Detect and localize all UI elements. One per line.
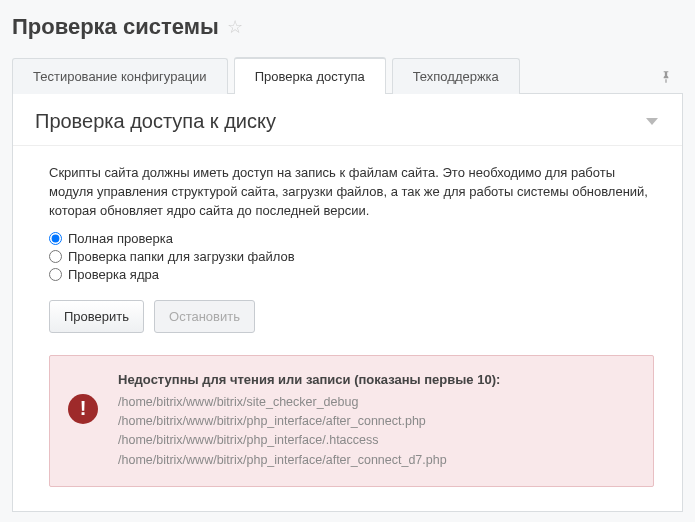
panel-description: Скрипты сайта должны иметь доступ на зап… xyxy=(49,164,654,221)
collapse-icon[interactable] xyxy=(646,118,658,125)
tab-label: Тестирование конфигурации xyxy=(33,69,207,84)
button-row: Проверить Остановить xyxy=(49,300,654,333)
tab-label: Техподдержка xyxy=(413,69,499,84)
pin-icon[interactable] xyxy=(653,64,683,93)
alert-icon: ! xyxy=(68,394,98,424)
error-alert: ! Недоступны для чтения или записи (пока… xyxy=(49,355,654,488)
radio-input-full[interactable] xyxy=(49,232,62,245)
radio-input-upload[interactable] xyxy=(49,250,62,263)
alert-title: Недоступны для чтения или записи (показа… xyxy=(118,372,635,387)
check-mode-radio-group: Полная проверка Проверка папки для загру… xyxy=(49,231,654,282)
favorite-star-icon[interactable]: ☆ xyxy=(227,16,243,38)
panel-header: Проверка доступа к диску xyxy=(13,94,682,146)
tabs-row: Тестирование конфигурации Проверка досту… xyxy=(12,56,683,93)
radio-label: Проверка ядра xyxy=(68,267,159,282)
page-header: Проверка системы ☆ xyxy=(12,10,683,50)
radio-input-core[interactable] xyxy=(49,268,62,281)
radio-option-core[interactable]: Проверка ядра xyxy=(49,267,654,282)
check-button[interactable]: Проверить xyxy=(49,300,144,333)
stop-button[interactable]: Остановить xyxy=(154,300,255,333)
alert-content: Недоступны для чтения или записи (показа… xyxy=(118,372,635,471)
panel-body: Скрипты сайта должны иметь доступ на зап… xyxy=(13,146,682,511)
radio-label: Проверка папки для загрузки файлов xyxy=(68,249,295,264)
alert-path: /home/bitrix/www/bitrix/php_interface/.h… xyxy=(118,431,635,450)
page-title: Проверка системы xyxy=(12,14,219,40)
radio-label: Полная проверка xyxy=(68,231,173,246)
alert-path: /home/bitrix/www/bitrix/site_checker_deb… xyxy=(118,393,635,412)
tab-support[interactable]: Техподдержка xyxy=(392,58,520,94)
radio-option-full[interactable]: Полная проверка xyxy=(49,231,654,246)
radio-option-upload[interactable]: Проверка папки для загрузки файлов xyxy=(49,249,654,264)
tab-access-check[interactable]: Проверка доступа xyxy=(234,57,386,94)
tab-config-test[interactable]: Тестирование конфигурации xyxy=(12,58,228,94)
alert-path: /home/bitrix/www/bitrix/php_interface/af… xyxy=(118,412,635,431)
alert-path: /home/bitrix/www/bitrix/php_interface/af… xyxy=(118,451,635,470)
main-panel: Проверка доступа к диску Скрипты сайта д… xyxy=(12,93,683,512)
panel-title: Проверка доступа к диску xyxy=(35,110,276,133)
tab-label: Проверка доступа xyxy=(255,69,365,84)
